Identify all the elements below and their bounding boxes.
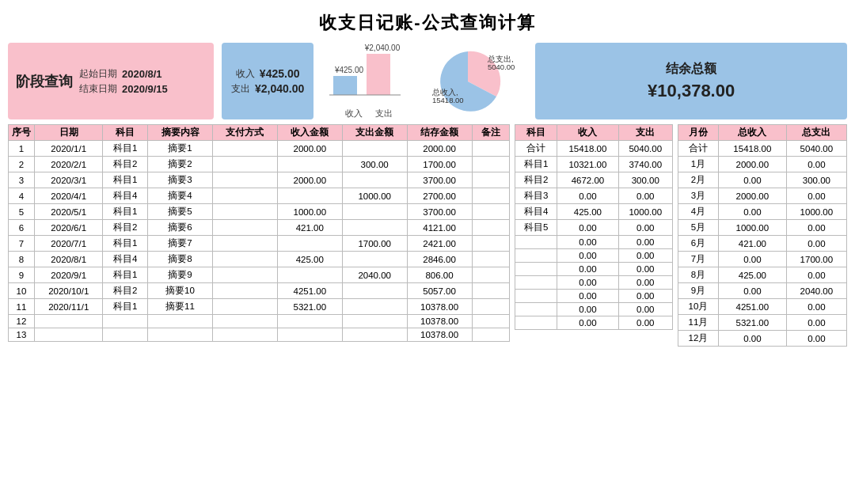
table-cell: 2020/6/1 [35,220,103,236]
balance-title: 结余总额 [666,61,716,78]
main-table-header: 序号 日期 科目 摘要内容 支付方式 收入金额 支出金额 结存金额 备注 [9,125,510,141]
table-row: 合计15418.005040.00 [678,141,847,157]
start-value: 2020/8/1 [122,68,168,80]
table-cell: 2020/10/1 [35,283,103,299]
table-cell: 摘要8 [148,252,213,267]
table-cell: 1000.00 [786,204,846,220]
table-cell: 2020/9/1 [35,267,103,283]
table-cell [212,188,277,204]
table-row: 科目4425.001000.00 [515,204,673,220]
table-cell: 2846.00 [407,252,472,267]
svg-rect-2 [333,76,357,95]
end-label: 结束日期 [79,82,117,96]
bar-chart-area: ¥2,040.00 ¥425.00 收入 支出 [321,43,416,119]
table-cell: 0.00 [618,316,673,330]
table-cell [277,328,342,342]
table-cell [515,276,557,290]
table-cell [212,267,277,283]
table-cell: 0.00 [618,188,673,204]
table-row: 5月1000.000.00 [678,220,847,236]
svg-text:¥425.00: ¥425.00 [334,66,364,74]
table-cell: 科目2 [515,172,557,188]
table-cell [342,172,407,188]
table-cell: 4251.00 [277,283,342,299]
table-cell: 3月 [678,188,719,204]
table-cell: 6月 [678,236,719,252]
table-cell [212,315,277,328]
table-cell: 科目4 [103,252,148,267]
table-cell: 300.00 [618,172,673,188]
table-cell: 1000.00 [618,204,673,220]
table-row: 2月0.00300.00 [678,172,847,188]
col-header-payment: 支付方式 [212,125,277,141]
table-cell [472,188,509,204]
table-row: 科目110321.003740.00 [515,157,673,172]
table-cell: 10378.00 [407,299,472,315]
m-col-expense: 总支出 [786,125,846,141]
table-cell: 2020/11/1 [35,299,103,315]
table-cell: 2 [9,157,35,172]
table-cell: 1700.00 [407,157,472,172]
table-row: 1210378.00 [9,315,510,328]
table-cell [277,267,342,283]
table-cell: 摘要7 [148,236,213,252]
table-cell: 科目1 [103,172,148,188]
table-cell: 2000.00 [407,141,472,157]
table-cell: 11 [9,299,35,315]
table-cell [342,252,407,267]
table-cell: 300.00 [786,172,846,188]
table-cell [472,141,509,157]
table-cell: 摘要10 [148,283,213,299]
table-row: 12月0.000.00 [678,331,847,347]
table-cell: 4672.00 [557,172,618,188]
table-cell: 0.00 [557,220,618,236]
table-cell: 0.00 [786,157,846,172]
balance-box: 结余总额 ¥10,378.00 [535,43,847,119]
col-header-seq: 序号 [9,125,35,141]
table-cell [212,283,277,299]
end-value: 2020/9/15 [122,83,168,95]
table-row: 112020/11/1科目1摘要115321.0010378.00 [9,299,510,315]
table-cell: 科目4 [515,204,557,220]
table-cell: 合计 [678,141,719,157]
table-cell: 0.00 [718,252,786,267]
table-row: 1310378.00 [9,328,510,342]
table-row: 科目50.000.00 [515,220,673,236]
monthly-body: 合计15418.005040.001月2000.000.002月0.00300.… [678,141,847,347]
table-row: 1月2000.000.00 [678,157,847,172]
table-row: 32020/3/1科目1摘要32000.003700.00 [9,172,510,188]
svg-text:5040.00: 5040.00 [488,63,515,71]
table-cell: 4121.00 [407,220,472,236]
table-row: 10月4251.000.00 [678,299,847,315]
table-cell: 科目1 [103,204,148,220]
table-row: 6月421.000.00 [678,236,847,252]
bar-chart-labels: 收入 支出 [345,108,393,119]
table-cell: 5321.00 [277,299,342,315]
table-cell: 3 [9,172,35,188]
table-cell [212,204,277,220]
col-header-summary: 摘要内容 [148,125,213,141]
table-cell: 5040.00 [618,141,673,157]
table-cell: 摘要11 [148,299,213,315]
table-cell: 2020/8/1 [35,252,103,267]
table-cell: 1000.00 [277,204,342,220]
table-cell: 3740.00 [618,157,673,172]
table-cell: 4251.00 [718,299,786,315]
table-cell: 0.00 [786,188,846,204]
rt-col-expense: 支出 [618,125,673,141]
col-header-date: 日期 [35,125,103,141]
table-row: 9月0.002040.00 [678,283,847,299]
table-cell: 4 [9,188,35,204]
col-header-expense: 支出金额 [342,125,407,141]
bar-chart-svg: ¥2,040.00 ¥425.00 [325,43,412,106]
monthly-table: 月份 总收入 总支出 合计15418.005040.001月2000.000.0… [678,124,847,347]
table-cell [212,236,277,252]
table-cell: 摘要6 [148,220,213,236]
stage-label: 阶段查询 [16,72,73,91]
table-cell: 2020/3/1 [35,172,103,188]
chart-income-label: 收入 [345,108,363,119]
table-cell [342,283,407,299]
table-cell [148,328,213,342]
right-top-table: 科目 收入 支出 合计15418.005040.00科目110321.00374… [515,124,673,330]
table-cell [472,267,509,283]
